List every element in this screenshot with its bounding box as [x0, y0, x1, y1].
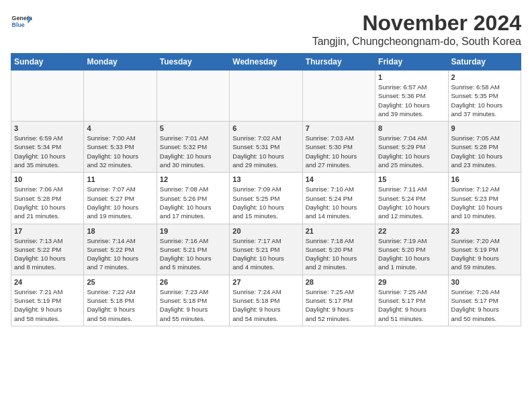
- day-info: Sunrise: 7:19 AM Sunset: 5:20 PM Dayligh…: [378, 236, 445, 272]
- day-info: Sunrise: 7:14 AM Sunset: 5:22 PM Dayligh…: [87, 236, 153, 272]
- day-number: 22: [378, 227, 445, 235]
- weekday-header: Thursday: [302, 54, 375, 71]
- calendar-day-cell: 11Sunrise: 7:07 AM Sunset: 5:27 PM Dayli…: [84, 173, 157, 224]
- calendar-header-row: SundayMondayTuesdayWednesdayThursdayFrid…: [11, 54, 521, 71]
- day-number: 12: [160, 175, 226, 183]
- day-number: 19: [160, 227, 226, 235]
- day-info: Sunrise: 7:25 AM Sunset: 5:17 PM Dayligh…: [378, 287, 445, 323]
- weekday-header: Wednesday: [230, 54, 302, 71]
- day-number: 11: [87, 175, 153, 183]
- day-number: 30: [451, 278, 518, 286]
- day-number: 17: [14, 227, 81, 235]
- calendar-day-cell: 21Sunrise: 7:18 AM Sunset: 5:20 PM Dayli…: [302, 224, 375, 275]
- day-info: Sunrise: 7:24 AM Sunset: 5:18 PM Dayligh…: [232, 287, 299, 323]
- calendar-day-cell: 8Sunrise: 7:04 AM Sunset: 5:29 PM Daylig…: [375, 122, 448, 173]
- day-info: Sunrise: 7:16 AM Sunset: 5:21 PM Dayligh…: [160, 236, 226, 272]
- day-number: 13: [232, 175, 299, 183]
- day-info: Sunrise: 7:18 AM Sunset: 5:20 PM Dayligh…: [306, 236, 372, 272]
- day-number: 3: [14, 124, 81, 132]
- calendar-day-cell: 16Sunrise: 7:12 AM Sunset: 5:23 PM Dayli…: [448, 173, 521, 224]
- weekday-header: Saturday: [448, 54, 521, 71]
- calendar: SundayMondayTuesdayWednesdayThursdayFrid…: [11, 53, 521, 326]
- calendar-day-cell: 23Sunrise: 7:20 AM Sunset: 5:19 PM Dayli…: [448, 224, 521, 275]
- calendar-week-row: 24Sunrise: 7:21 AM Sunset: 5:19 PM Dayli…: [11, 275, 521, 326]
- day-info: Sunrise: 7:11 AM Sunset: 5:24 PM Dayligh…: [378, 185, 445, 220]
- svg-text:Blue: Blue: [12, 21, 25, 28]
- day-number: 8: [378, 124, 445, 132]
- day-number: 20: [232, 227, 299, 235]
- day-info: Sunrise: 7:01 AM Sunset: 5:32 PM Dayligh…: [160, 134, 226, 169]
- day-number: 5: [160, 124, 226, 132]
- day-info: Sunrise: 7:13 AM Sunset: 5:22 PM Dayligh…: [14, 236, 81, 272]
- day-info: Sunrise: 7:08 AM Sunset: 5:26 PM Dayligh…: [160, 185, 226, 220]
- day-number: 23: [451, 227, 518, 235]
- calendar-day-cell: 30Sunrise: 7:26 AM Sunset: 5:17 PM Dayli…: [448, 275, 521, 326]
- day-info: Sunrise: 7:04 AM Sunset: 5:29 PM Dayligh…: [378, 134, 445, 169]
- month-title: November 2024: [312, 11, 521, 36]
- calendar-day-cell: [302, 71, 375, 122]
- day-info: Sunrise: 6:57 AM Sunset: 5:36 PM Dayligh…: [378, 83, 445, 118]
- day-number: 27: [232, 278, 299, 286]
- calendar-day-cell: 17Sunrise: 7:13 AM Sunset: 5:22 PM Dayli…: [11, 224, 84, 275]
- calendar-week-row: 3Sunrise: 6:59 AM Sunset: 5:34 PM Daylig…: [11, 122, 521, 173]
- calendar-week-row: 10Sunrise: 7:06 AM Sunset: 5:28 PM Dayli…: [11, 173, 521, 224]
- day-info: Sunrise: 6:58 AM Sunset: 5:35 PM Dayligh…: [451, 83, 518, 118]
- day-number: 15: [378, 175, 445, 183]
- day-info: Sunrise: 7:21 AM Sunset: 5:19 PM Dayligh…: [14, 287, 81, 323]
- logo-icon: General Blue: [11, 11, 32, 32]
- day-info: Sunrise: 7:26 AM Sunset: 5:17 PM Dayligh…: [451, 287, 518, 323]
- day-number: 4: [87, 124, 153, 132]
- calendar-day-cell: 10Sunrise: 7:06 AM Sunset: 5:28 PM Dayli…: [11, 173, 84, 224]
- day-number: 7: [306, 124, 372, 132]
- day-info: Sunrise: 7:20 AM Sunset: 5:19 PM Dayligh…: [451, 236, 518, 272]
- calendar-day-cell: 14Sunrise: 7:10 AM Sunset: 5:24 PM Dayli…: [302, 173, 375, 224]
- day-info: Sunrise: 7:23 AM Sunset: 5:18 PM Dayligh…: [160, 287, 226, 323]
- day-info: Sunrise: 7:07 AM Sunset: 5:27 PM Dayligh…: [87, 185, 153, 220]
- calendar-day-cell: [84, 71, 157, 122]
- day-info: Sunrise: 7:25 AM Sunset: 5:17 PM Dayligh…: [306, 287, 372, 323]
- day-number: 1: [378, 73, 445, 81]
- weekday-header: Friday: [375, 54, 448, 71]
- calendar-day-cell: [11, 71, 84, 122]
- calendar-day-cell: 7Sunrise: 7:03 AM Sunset: 5:30 PM Daylig…: [302, 122, 375, 173]
- day-info: Sunrise: 7:06 AM Sunset: 5:28 PM Dayligh…: [14, 185, 81, 220]
- day-number: 9: [451, 124, 518, 132]
- calendar-day-cell: [230, 71, 302, 122]
- day-info: Sunrise: 7:03 AM Sunset: 5:30 PM Dayligh…: [306, 134, 372, 169]
- day-number: 16: [451, 175, 518, 183]
- day-info: Sunrise: 6:59 AM Sunset: 5:34 PM Dayligh…: [14, 134, 81, 169]
- calendar-day-cell: 19Sunrise: 7:16 AM Sunset: 5:21 PM Dayli…: [157, 224, 229, 275]
- day-info: Sunrise: 7:02 AM Sunset: 5:31 PM Dayligh…: [232, 134, 299, 169]
- header: General Blue November 2024 Tangjin, Chun…: [11, 11, 521, 48]
- day-number: 25: [87, 278, 153, 286]
- calendar-day-cell: 26Sunrise: 7:23 AM Sunset: 5:18 PM Dayli…: [157, 275, 229, 326]
- calendar-day-cell: 27Sunrise: 7:24 AM Sunset: 5:18 PM Dayli…: [230, 275, 302, 326]
- day-number: 14: [306, 175, 372, 183]
- calendar-day-cell: [157, 71, 229, 122]
- day-info: Sunrise: 7:17 AM Sunset: 5:21 PM Dayligh…: [232, 236, 299, 272]
- title-section: November 2024 Tangjin, Chungcheongnam-do…: [312, 11, 521, 48]
- calendar-day-cell: 24Sunrise: 7:21 AM Sunset: 5:19 PM Dayli…: [11, 275, 84, 326]
- day-info: Sunrise: 7:22 AM Sunset: 5:18 PM Dayligh…: [87, 287, 153, 323]
- day-number: 24: [14, 278, 81, 286]
- day-number: 18: [87, 227, 153, 235]
- calendar-week-row: 1Sunrise: 6:57 AM Sunset: 5:36 PM Daylig…: [11, 71, 521, 122]
- calendar-day-cell: 18Sunrise: 7:14 AM Sunset: 5:22 PM Dayli…: [84, 224, 157, 275]
- calendar-day-cell: 4Sunrise: 7:00 AM Sunset: 5:33 PM Daylig…: [84, 122, 157, 173]
- day-info: Sunrise: 7:10 AM Sunset: 5:24 PM Dayligh…: [306, 185, 372, 220]
- day-number: 21: [306, 227, 372, 235]
- day-number: 29: [378, 278, 445, 286]
- day-info: Sunrise: 7:12 AM Sunset: 5:23 PM Dayligh…: [451, 185, 518, 220]
- calendar-day-cell: 2Sunrise: 6:58 AM Sunset: 5:35 PM Daylig…: [448, 71, 521, 122]
- weekday-header: Tuesday: [157, 54, 229, 71]
- calendar-day-cell: 3Sunrise: 6:59 AM Sunset: 5:34 PM Daylig…: [11, 122, 84, 173]
- day-info: Sunrise: 7:00 AM Sunset: 5:33 PM Dayligh…: [87, 134, 153, 169]
- day-number: 6: [232, 124, 299, 132]
- calendar-day-cell: 20Sunrise: 7:17 AM Sunset: 5:21 PM Dayli…: [230, 224, 302, 275]
- calendar-day-cell: 1Sunrise: 6:57 AM Sunset: 5:36 PM Daylig…: [375, 71, 448, 122]
- calendar-day-cell: 25Sunrise: 7:22 AM Sunset: 5:18 PM Dayli…: [84, 275, 157, 326]
- day-info: Sunrise: 7:09 AM Sunset: 5:25 PM Dayligh…: [232, 185, 299, 220]
- calendar-day-cell: 9Sunrise: 7:05 AM Sunset: 5:28 PM Daylig…: [448, 122, 521, 173]
- calendar-day-cell: 15Sunrise: 7:11 AM Sunset: 5:24 PM Dayli…: [375, 173, 448, 224]
- day-info: Sunrise: 7:05 AM Sunset: 5:28 PM Dayligh…: [451, 134, 518, 169]
